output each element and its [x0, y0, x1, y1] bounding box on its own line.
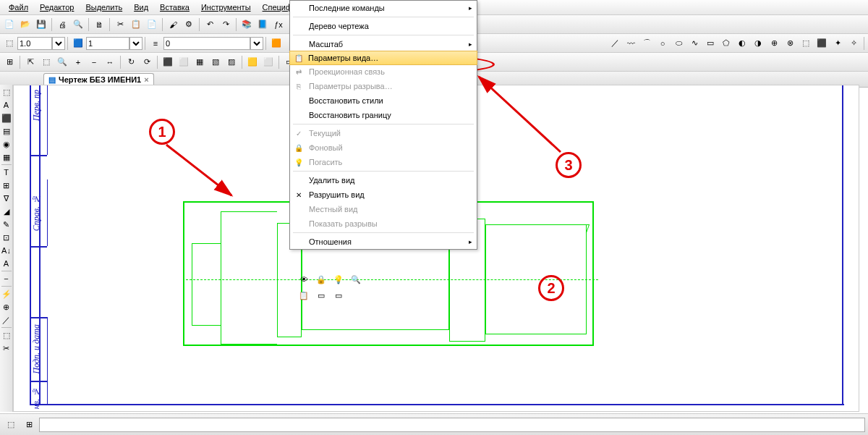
geom-c3-icon[interactable]: ⊕: [767, 36, 781, 51]
copy-icon[interactable]: 📋: [129, 17, 143, 32]
ft-eye-icon[interactable]: 👁: [297, 272, 311, 287]
geom-rect-icon[interactable]: ▭: [703, 36, 718, 51]
c-icon[interactable]: ⬚: [39, 55, 54, 69]
style-select[interactable]: [250, 37, 263, 50]
l-icon[interactable]: ▦: [192, 55, 207, 69]
scale-select[interactable]: [52, 37, 65, 50]
st-1-icon[interactable]: ⬚: [1, 86, 12, 98]
geom-c6-icon[interactable]: ⬛: [814, 36, 829, 51]
layer-input[interactable]: [86, 37, 129, 50]
ft-zoom-icon[interactable]: 🔍: [349, 272, 363, 287]
st-7-icon[interactable]: T: [1, 166, 12, 178]
geom-ell-icon[interactable]: ⬭: [671, 36, 686, 51]
geom-c4-icon[interactable]: ⊗: [783, 36, 797, 51]
ctx-delete-view[interactable]: Удалить вид: [290, 173, 477, 187]
a-icon[interactable]: ⊞: [2, 55, 17, 69]
sb-2-icon[interactable]: ⊞: [22, 418, 36, 432]
i-icon[interactable]: ⟳: [140, 55, 154, 69]
ft-bulb-icon[interactable]: 💡: [331, 272, 346, 287]
geom-c2-icon[interactable]: ◑: [751, 36, 765, 51]
st-4-icon[interactable]: ▤: [1, 125, 12, 137]
o-icon[interactable]: 🟨: [245, 55, 260, 69]
st-8-icon[interactable]: ⊞: [1, 180, 12, 191]
open-icon[interactable]: 📂: [18, 17, 33, 32]
st-5-icon[interactable]: ◉: [1, 138, 12, 150]
ctx-relations[interactable]: Отношения: [290, 235, 477, 249]
st-9-icon[interactable]: ∇: [1, 193, 12, 204]
props2-icon[interactable]: ⚙: [182, 17, 196, 32]
layer-select[interactable]: [129, 37, 142, 50]
style-input[interactable]: [163, 37, 250, 50]
geom-arc-icon[interactable]: ⌒: [639, 36, 654, 51]
lib2-icon[interactable]: 📘: [255, 17, 270, 32]
menu-select[interactable]: Выделить: [80, 1, 128, 13]
menu-view[interactable]: Вид: [128, 1, 154, 13]
color-icon[interactable]: 🟧: [269, 36, 284, 51]
layer-icon[interactable]: 🟦: [71, 36, 85, 51]
style-icon[interactable]: ≡: [148, 36, 163, 51]
st-17-icon[interactable]: ⊕: [1, 301, 12, 313]
ft-lock-icon[interactable]: 🔒: [314, 272, 328, 287]
e-icon[interactable]: +: [71, 55, 85, 69]
menu-insert[interactable]: Вставка: [154, 1, 195, 13]
ft-v2-icon[interactable]: ▭: [331, 288, 346, 303]
st-11-icon[interactable]: ✎: [1, 219, 12, 230]
ctx-destroy-view[interactable]: ✕ Разрушить вид: [290, 187, 477, 202]
redo-icon[interactable]: ↷: [218, 17, 233, 32]
preview-icon[interactable]: 🔍: [71, 17, 85, 32]
p-icon[interactable]: ⬜: [261, 55, 276, 69]
n-icon[interactable]: ▨: [224, 55, 239, 69]
geom-c7-icon[interactable]: ✦: [830, 36, 845, 51]
j-icon[interactable]: ⬛: [161, 55, 175, 69]
new-icon[interactable]: 📄: [2, 17, 17, 32]
geom-c8-icon[interactable]: ✧: [846, 36, 861, 51]
command-input[interactable]: [39, 418, 865, 432]
st-15-icon[interactable]: −: [1, 273, 12, 284]
scale-input[interactable]: [17, 37, 52, 50]
ctx-view-params[interactable]: 📋 Параметры вида…: [289, 51, 477, 65]
ctx-tree[interactable]: Дерево чертежа: [290, 19, 477, 33]
st-18-icon[interactable]: ／: [1, 314, 12, 326]
st-3-icon[interactable]: ⬛: [1, 112, 12, 124]
close-icon[interactable]: ×: [144, 75, 148, 84]
geom-line-icon[interactable]: ／: [608, 36, 622, 51]
st-19-icon[interactable]: ⬚: [1, 329, 12, 341]
ctx-restore-border[interactable]: Восстановить границу: [290, 108, 477, 122]
ft-v1-icon[interactable]: ▭: [314, 288, 328, 303]
st-12-icon[interactable]: ⊡: [1, 232, 12, 243]
geom-pline-icon[interactable]: 〰: [624, 36, 638, 51]
m-icon[interactable]: ▧: [208, 55, 223, 69]
undo-icon[interactable]: ↶: [203, 17, 217, 32]
st-13-icon[interactable]: A↓: [1, 245, 12, 256]
menu-tools[interactable]: Инструменты: [195, 1, 257, 13]
lib-icon[interactable]: 📚: [239, 17, 254, 32]
ft-props-icon[interactable]: 📋: [297, 288, 311, 303]
brush-icon[interactable]: 🖌: [166, 17, 180, 32]
st-14-icon[interactable]: A: [1, 258, 12, 269]
ctx-scale[interactable]: Масштаб: [290, 37, 477, 51]
st-6-icon[interactable]: ▦: [1, 151, 12, 163]
b-icon[interactable]: ⇱: [23, 55, 38, 69]
print-icon[interactable]: 🖨: [55, 17, 69, 32]
st-20-icon[interactable]: ✂: [1, 342, 12, 354]
ctx-recent[interactable]: Последние команды: [290, 1, 477, 15]
geom-c5-icon[interactable]: ⬚: [799, 36, 813, 51]
f-icon[interactable]: −: [87, 55, 101, 69]
st-2-icon[interactable]: A: [1, 99, 12, 111]
st-16-icon[interactable]: ⚡: [1, 288, 12, 300]
d-icon[interactable]: 🔍: [55, 55, 69, 69]
k-icon[interactable]: ⬜: [176, 55, 191, 69]
geom-c1-icon[interactable]: ◐: [735, 36, 749, 51]
g-icon[interactable]: ↔: [103, 55, 117, 69]
menu-edit[interactable]: Редактор: [34, 1, 80, 13]
geom-poly-icon[interactable]: ⬠: [719, 36, 733, 51]
paste-icon[interactable]: 📄: [145, 17, 159, 32]
scale-icon[interactable]: ⬚: [2, 36, 17, 51]
h-icon[interactable]: ↻: [124, 55, 138, 69]
cut-icon[interactable]: ✂: [113, 17, 127, 32]
geom-spl-icon[interactable]: ∿: [687, 36, 702, 51]
st-10-icon[interactable]: ◢: [1, 206, 12, 217]
geom-circ-icon[interactable]: ○: [655, 36, 670, 51]
sb-1-icon[interactable]: ⬚: [4, 418, 18, 432]
props-icon[interactable]: 🗎: [92, 17, 106, 32]
